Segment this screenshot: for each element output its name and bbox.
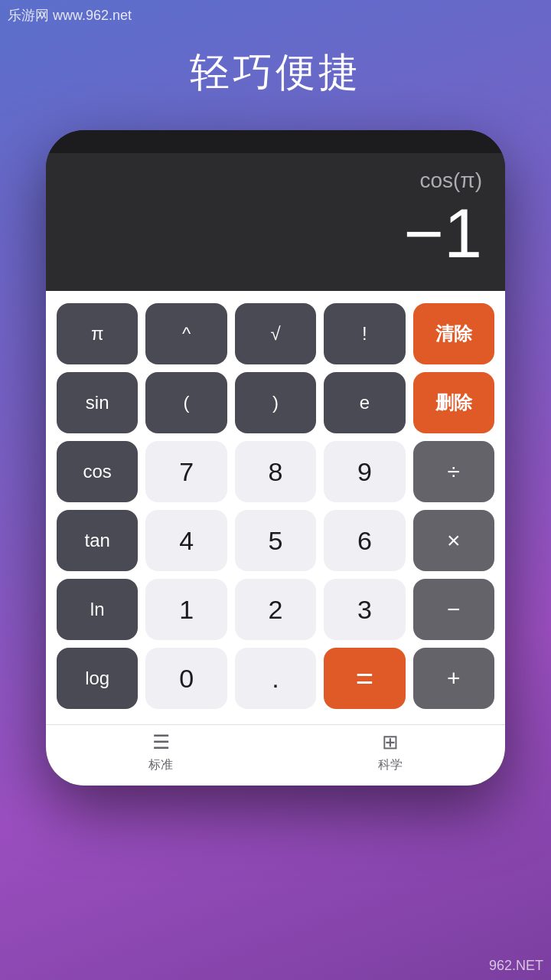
- add-button[interactable]: +: [413, 648, 494, 709]
- 6-button[interactable]: 6: [324, 510, 405, 571]
- phone-notch: [46, 130, 505, 153]
- button-row-6: log 0 . = +: [57, 648, 494, 709]
- notch-bar: [230, 136, 321, 147]
- 5-button[interactable]: 5: [235, 510, 316, 571]
- sqrt-button[interactable]: √: [235, 303, 316, 364]
- divide-button[interactable]: ÷: [413, 441, 494, 502]
- calculator-display: cos(π) −1: [46, 153, 505, 291]
- watermark-top: 乐游网 www.962.net: [0, 6, 551, 24]
- tab-standard[interactable]: ☰ 标准: [46, 730, 276, 773]
- 3-button[interactable]: 3: [324, 579, 405, 640]
- log-button[interactable]: log: [57, 648, 138, 709]
- factorial-button[interactable]: !: [324, 303, 405, 364]
- page-title: 轻巧便捷: [190, 46, 361, 100]
- decimal-button[interactable]: .: [235, 648, 316, 709]
- cos-button[interactable]: cos: [57, 441, 138, 502]
- 4-button[interactable]: 4: [145, 510, 227, 571]
- scientific-icon: ⊞: [382, 730, 399, 754]
- tan-button[interactable]: tan: [57, 510, 138, 571]
- phone-frame: cos(π) −1 π ^ √ ! 清除 sin ( ) e 删除 cos 7 …: [46, 130, 505, 786]
- sin-button[interactable]: sin: [57, 372, 138, 433]
- multiply-button[interactable]: ×: [413, 510, 494, 571]
- 7-button[interactable]: 7: [145, 441, 227, 502]
- watermark-top-left: 乐游网 www.962.net: [8, 6, 132, 24]
- standard-icon: ☰: [152, 730, 170, 754]
- button-row-1: π ^ √ ! 清除: [57, 303, 494, 364]
- button-row-4: tan 4 5 6 ×: [57, 510, 494, 571]
- calculator-body: π ^ √ ! 清除 sin ( ) e 删除 cos 7 8 9 ÷ tan …: [46, 291, 505, 724]
- tab-bar: ☰ 标准 ⊞ 科学: [46, 724, 505, 786]
- ln-button[interactable]: ln: [57, 579, 138, 640]
- equals-button[interactable]: =: [324, 648, 405, 709]
- display-result: −1: [403, 199, 482, 268]
- 2-button[interactable]: 2: [235, 579, 316, 640]
- left-paren-button[interactable]: (: [145, 372, 227, 433]
- 1-button[interactable]: 1: [145, 579, 227, 640]
- 9-button[interactable]: 9: [324, 441, 405, 502]
- right-paren-button[interactable]: ): [235, 372, 316, 433]
- power-button[interactable]: ^: [145, 303, 227, 364]
- euler-button[interactable]: e: [324, 372, 405, 433]
- tab-scientific[interactable]: ⊞ 科学: [276, 730, 505, 773]
- 8-button[interactable]: 8: [235, 441, 316, 502]
- tab-standard-label: 标准: [148, 757, 173, 773]
- subtract-button[interactable]: −: [413, 579, 494, 640]
- button-row-3: cos 7 8 9 ÷: [57, 441, 494, 502]
- delete-button[interactable]: 删除: [413, 372, 494, 433]
- pi-button[interactable]: π: [57, 303, 138, 364]
- watermark-bottom-right: 962.NET: [489, 958, 543, 973]
- watermark-bottom: 962.NET: [489, 958, 543, 974]
- button-row-5: ln 1 2 3 −: [57, 579, 494, 640]
- display-expression: cos(π): [419, 168, 482, 193]
- tab-scientific-label: 科学: [378, 757, 403, 773]
- 0-button[interactable]: 0: [145, 648, 227, 709]
- clear-button[interactable]: 清除: [413, 303, 494, 364]
- button-row-2: sin ( ) e 删除: [57, 372, 494, 433]
